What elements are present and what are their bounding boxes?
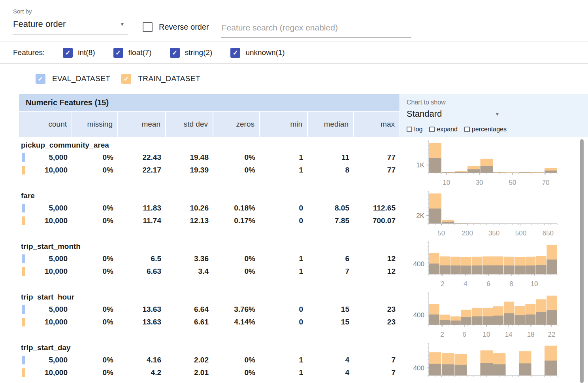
- svg-text:350: 350: [488, 229, 499, 237]
- stat-median: 4: [308, 366, 354, 379]
- stat-std-dev: 12.13: [166, 214, 213, 227]
- stat-max: 77: [354, 164, 400, 176]
- stat-median: 11: [308, 151, 354, 164]
- feature-search-input[interactable]: [221, 21, 411, 38]
- feature-block-trip_start_month: trip_start_month5,0000%6.53.360%161210,0…: [19, 240, 400, 291]
- feature-name: trip_start_hour: [19, 291, 400, 303]
- stat-count: 10,000: [19, 316, 72, 328]
- stat-count: 10,000: [19, 366, 72, 379]
- stat-mean: 11.83: [118, 202, 166, 214]
- toggle-label: percentages: [472, 126, 507, 133]
- eval-dataset-marker: [22, 356, 25, 364]
- filter-checkbox-float[interactable]: ✓ float(7): [113, 48, 152, 58]
- stat-std-dev: 6.64: [166, 303, 213, 316]
- stat-missing: 0%: [72, 202, 118, 214]
- svg-text:10: 10: [531, 280, 538, 288]
- histogram-fare: 2K50200350500650: [400, 190, 576, 240]
- train-dataset-marker: [22, 368, 25, 377]
- eval-dataset-marker: [22, 305, 25, 314]
- stat-missing: 0%: [72, 252, 118, 265]
- stat-count: 10,000: [19, 214, 72, 227]
- stat-missing: 0%: [72, 151, 118, 164]
- stat-zeros: 0.18%: [213, 202, 260, 214]
- stat-min: 1: [260, 164, 308, 176]
- filter-checkbox-string[interactable]: ✓ string(2): [170, 48, 213, 58]
- filter-checkbox-int[interactable]: ✓ int(8): [63, 48, 95, 58]
- svg-text:2: 2: [440, 331, 444, 338]
- feature-chart-trip_start_hour: 4002610141822: [400, 291, 588, 341]
- checkbox-checked-icon: ✓: [170, 48, 180, 58]
- eval-dataset-marker: [22, 254, 25, 263]
- stat-count: 10,000: [19, 265, 72, 278]
- charts-scrollbar[interactable]: [580, 139, 584, 383]
- feature-chart-fare: 2K50200350500650: [400, 190, 588, 240]
- stat-max: 7: [354, 366, 400, 379]
- stat-median: 7: [308, 265, 354, 278]
- train-dataset-marker: [22, 318, 25, 326]
- svg-text:50: 50: [437, 229, 445, 237]
- dataset-label: EVAL_DATASET: [52, 74, 110, 83]
- stat-zeros: 0%: [213, 151, 260, 164]
- filter-checkbox-unknown[interactable]: ✓ unknown(1): [230, 48, 285, 58]
- percentages-toggle[interactable]: percentages: [464, 126, 507, 133]
- stat-mean: 4.2: [118, 366, 166, 379]
- svg-text:18: 18: [527, 331, 535, 338]
- stat-row-eval: 5,0000%22.4319.480%11177: [19, 151, 400, 164]
- filter-label: float(7): [128, 48, 152, 57]
- stat-zeros: 3.76%: [213, 303, 260, 316]
- stat-min: 0: [260, 214, 308, 227]
- sort-order-dropdown[interactable]: Feature order ▾: [13, 19, 128, 34]
- svg-text:6: 6: [486, 280, 490, 288]
- stat-median: 8: [308, 164, 354, 176]
- histogram-pickup_community_area: 1K10305070: [400, 139, 576, 190]
- stat-row-train: 10,0000%4.22.010%147: [19, 366, 400, 379]
- eval-dataset-checkbox-icon: ✓: [36, 74, 45, 84]
- stat-zeros: 4.14%: [213, 316, 260, 328]
- stat-missing: 0%: [72, 354, 118, 366]
- chart-controls-panel: Chart to show Standard ▾ log expand perc…: [400, 94, 588, 137]
- train-dataset-marker: [22, 216, 25, 225]
- stat-min: 1: [260, 265, 308, 278]
- svg-text:500: 500: [515, 229, 526, 237]
- stat-mean: 22.43: [118, 151, 166, 164]
- stat-median: 8.05: [308, 202, 354, 214]
- stat-std-dev: 6.61: [166, 316, 213, 328]
- column-header-min: min: [260, 112, 308, 137]
- toolbar: Sort by Feature order ▾ Reverse order: [0, 0, 588, 42]
- feature-name: fare: [19, 190, 400, 202]
- svg-text:70: 70: [542, 179, 550, 186]
- stat-min: 1: [260, 252, 308, 265]
- reverse-order-label: Reverse order: [159, 23, 209, 32]
- stat-median: 7.85: [308, 214, 354, 227]
- stat-missing: 0%: [72, 316, 118, 328]
- log-toggle[interactable]: log: [407, 126, 422, 133]
- svg-text:10: 10: [482, 331, 490, 338]
- histogram-trip_start_day: 400: [400, 341, 576, 383]
- train-dataset-marker: [22, 267, 25, 276]
- checkbox-checked-icon: ✓: [63, 48, 73, 58]
- feature-stats-list: pickup_community_area5,0000%22.4319.480%…: [19, 137, 400, 383]
- expand-toggle[interactable]: expand: [429, 126, 458, 133]
- stat-missing: 0%: [72, 303, 118, 316]
- checkbox-unchecked-icon: [143, 22, 153, 32]
- stat-count: 5,000: [19, 354, 72, 366]
- checkbox-checked-icon: ✓: [113, 48, 123, 58]
- feature-name: trip_start_month: [19, 240, 400, 252]
- dataset-toggle-eval[interactable]: ✓ EVAL_DATASET: [36, 74, 110, 84]
- column-header-count: count: [19, 112, 72, 137]
- stat-max: 7: [354, 354, 400, 366]
- stat-max: 12: [354, 252, 400, 265]
- histogram-trip_start_month: 400246810: [400, 240, 576, 291]
- chart-type-value: Standard: [407, 109, 442, 119]
- feature-chart-pickup_community_area: 1K10305070: [400, 139, 588, 190]
- stat-zeros: 0%: [213, 366, 260, 379]
- reverse-order-checkbox[interactable]: Reverse order: [143, 22, 209, 32]
- dataset-toggle-train[interactable]: ✓ TRAIN_DATASET: [121, 74, 200, 84]
- filter-label: unknown(1): [245, 48, 285, 57]
- svg-text:1K: 1K: [416, 161, 424, 169]
- column-header-stddev: std dev: [166, 112, 213, 137]
- histogram-trip_start_hour: 4002610141822: [400, 291, 576, 341]
- filter-label: int(8): [78, 48, 95, 57]
- chart-type-dropdown[interactable]: Standard ▾: [407, 106, 503, 122]
- svg-text:14: 14: [505, 331, 513, 338]
